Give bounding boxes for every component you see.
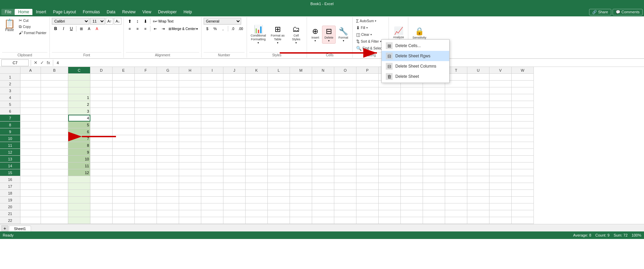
cell-L12[interactable] xyxy=(268,149,290,156)
cell-R17[interactable] xyxy=(401,183,423,190)
cell-C12[interactable]: 9 xyxy=(68,149,90,156)
cell-S13[interactable] xyxy=(423,156,445,162)
cell-S9[interactable] xyxy=(423,128,445,135)
col-header-P[interactable]: P xyxy=(356,67,379,74)
cell-T11[interactable] xyxy=(445,142,467,149)
row-header-6[interactable]: 6 xyxy=(0,108,20,115)
col-header-L[interactable]: L xyxy=(268,67,290,74)
cell-E12[interactable] xyxy=(113,149,135,156)
cell-W1[interactable] xyxy=(512,74,534,81)
cell-C8[interactable]: 5 xyxy=(68,122,90,128)
row-header-11[interactable]: 11 xyxy=(0,142,20,149)
col-header-W[interactable]: W xyxy=(512,67,534,74)
cell-U12[interactable] xyxy=(467,149,489,156)
cell-U20[interactable] xyxy=(467,203,489,210)
font-size-select[interactable]: 11 xyxy=(90,18,105,25)
cell-B9[interactable] xyxy=(41,128,68,135)
cell-D1[interactable] xyxy=(90,74,113,81)
cell-C17[interactable] xyxy=(68,183,90,190)
cell-V21[interactable] xyxy=(489,210,512,217)
col-header-U[interactable]: U xyxy=(467,67,489,74)
col-header-J[interactable]: J xyxy=(223,67,246,74)
cell-A11[interactable] xyxy=(20,142,41,149)
delete-cells-menu-item[interactable]: ⊠ Delete Cells... xyxy=(382,41,449,51)
cell-D7[interactable] xyxy=(90,115,113,122)
row-header-16[interactable]: 16 xyxy=(0,176,20,183)
cell-U4[interactable] xyxy=(467,94,489,101)
cell-W2[interactable] xyxy=(512,81,534,87)
cell-L1[interactable] xyxy=(268,74,290,81)
cell-N19[interactable] xyxy=(312,197,334,203)
cell-E15[interactable] xyxy=(113,169,135,176)
cell-S18[interactable] xyxy=(423,190,445,197)
cell-G16[interactable] xyxy=(157,176,179,183)
cell-S19[interactable] xyxy=(423,197,445,203)
cell-W8[interactable] xyxy=(512,122,534,128)
cell-U7[interactable] xyxy=(467,115,489,122)
cell-P19[interactable] xyxy=(356,197,379,203)
cell-R20[interactable] xyxy=(401,203,423,210)
cell-L7[interactable] xyxy=(268,115,290,122)
cell-H7[interactable] xyxy=(179,115,201,122)
cell-H4[interactable] xyxy=(179,94,201,101)
cell-H20[interactable] xyxy=(179,203,201,210)
cell-B3[interactable] xyxy=(41,87,68,94)
cell-L5[interactable] xyxy=(268,101,290,108)
cell-L11[interactable] xyxy=(268,142,290,149)
cell-D3[interactable] xyxy=(90,87,113,94)
cell-P6[interactable] xyxy=(356,108,379,115)
cell-A9[interactable] xyxy=(20,128,41,135)
cell-S16[interactable] xyxy=(423,176,445,183)
cell-M21[interactable] xyxy=(290,210,312,217)
cell-U5[interactable] xyxy=(467,101,489,108)
cell-T6[interactable] xyxy=(445,108,467,115)
cell-S20[interactable] xyxy=(423,203,445,210)
cell-J15[interactable] xyxy=(223,169,246,176)
cell-V17[interactable] xyxy=(489,183,512,190)
cell-M10[interactable] xyxy=(290,135,312,142)
cell-D21[interactable] xyxy=(90,210,113,217)
cell-K8[interactable] xyxy=(246,122,268,128)
menu-item-review[interactable]: Review xyxy=(119,9,139,15)
align-center-button[interactable]: ≡ xyxy=(134,25,141,32)
cell-G21[interactable] xyxy=(157,210,179,217)
comma-button[interactable]: , xyxy=(219,25,227,32)
cell-B2[interactable] xyxy=(41,81,68,87)
cell-T12[interactable] xyxy=(445,149,467,156)
row-header-8[interactable]: 8 xyxy=(0,122,20,128)
cell-W12[interactable] xyxy=(512,149,534,156)
cell-Q9[interactable] xyxy=(379,128,401,135)
cell-B22[interactable] xyxy=(41,217,68,224)
cell-E4[interactable] xyxy=(113,94,135,101)
cell-R12[interactable] xyxy=(401,149,423,156)
cell-M3[interactable] xyxy=(290,87,312,94)
cell-W4[interactable] xyxy=(512,94,534,101)
cell-J11[interactable] xyxy=(223,142,246,149)
col-header-M[interactable]: M xyxy=(290,67,312,74)
cell-K1[interactable] xyxy=(246,74,268,81)
cell-B11[interactable] xyxy=(41,142,68,149)
menu-item-formulas[interactable]: Formulas xyxy=(79,9,103,15)
cell-S21[interactable] xyxy=(423,210,445,217)
cell-W10[interactable] xyxy=(512,135,534,142)
cell-U13[interactable] xyxy=(467,156,489,162)
cell-E10[interactable] xyxy=(113,135,135,142)
cell-J9[interactable] xyxy=(223,128,246,135)
increase-decimal-button[interactable]: .00 xyxy=(237,25,245,32)
cell-F15[interactable] xyxy=(135,169,157,176)
accounting-format-button[interactable]: $ xyxy=(204,25,211,32)
cell-O4[interactable] xyxy=(334,94,356,101)
cell-M17[interactable] xyxy=(290,183,312,190)
cell-P9[interactable] xyxy=(356,128,379,135)
cell-D10[interactable] xyxy=(90,135,113,142)
cell-L10[interactable] xyxy=(268,135,290,142)
format-as-table-button[interactable]: ⊞ Format asTable ▾ xyxy=(269,24,287,45)
cell-B12[interactable] xyxy=(41,149,68,156)
cell-K4[interactable] xyxy=(246,94,268,101)
cell-M13[interactable] xyxy=(290,156,312,162)
cell-E6[interactable] xyxy=(113,108,135,115)
cell-C2[interactable] xyxy=(68,81,90,87)
cell-P13[interactable] xyxy=(356,156,379,162)
cell-O19[interactable] xyxy=(334,197,356,203)
cell-E8[interactable] xyxy=(113,122,135,128)
